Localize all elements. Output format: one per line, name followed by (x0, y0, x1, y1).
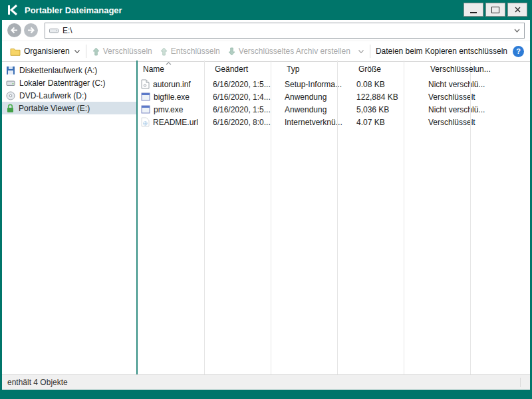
column-header-modified[interactable]: Geändert (209, 65, 281, 74)
sidebar-item-local-c[interactable]: Lokaler Datenträger (C:) (2, 76, 136, 89)
column-separator (404, 61, 404, 375)
file-size: 4.07 KB (351, 118, 423, 127)
decrypt-arrow-icon (160, 47, 168, 56)
decrypt-on-copy-label[interactable]: Dateien beim Kopieren entschlüsseln (372, 47, 511, 56)
chevron-down-icon (358, 50, 364, 53)
minimize-icon (470, 12, 477, 13)
organize-label: Organisieren (24, 47, 70, 56)
portable-file-manager-window: Portabler Dateimanager (0, 0, 532, 399)
file-encryption: Nicht verschlü... (423, 105, 495, 114)
file-size: 0.08 KB (351, 80, 423, 89)
address-bar[interactable]: E:\ (45, 23, 525, 39)
column-separator (470, 61, 471, 375)
close-icon (515, 7, 521, 13)
address-text: E:\ (63, 26, 72, 35)
address-dropdown-icon[interactable] (514, 29, 520, 33)
title-bar: Portabler Dateimanager (0, 0, 532, 20)
create-encrypted-archive-label: Verschlüsseltes Archiv erstellen (239, 47, 350, 56)
sidebar-item-dvd-d[interactable]: DVD-Laufwerk (D:) (2, 89, 136, 102)
archive-dropdown-button[interactable] (354, 43, 368, 59)
decrypt-button[interactable]: Entschlüsseln (156, 43, 224, 59)
column-headers: Name Geändert Typ Größe Verschlüsselun..… (138, 61, 530, 78)
maximize-icon (491, 7, 499, 13)
sidebar-item-label: Diskettenlaufwerk (A:) (19, 66, 97, 75)
hard-drive-icon (6, 78, 15, 88)
file-row-autorun-inf[interactable]: autorun.inf 6/16/2020, 1:5... Setup-Info… (138, 78, 530, 90)
organize-button[interactable]: Organisieren (6, 43, 84, 59)
encrypt-arrow-icon (92, 47, 100, 56)
sort-ascending-icon (166, 62, 172, 65)
close-button[interactable] (507, 3, 527, 17)
status-bar: enthält 4 Objekte (2, 374, 530, 390)
window-title: Portabler Dateimanager (25, 5, 122, 15)
navigation-bar: E:\ (2, 20, 530, 41)
file-size: 122,884 KB (351, 92, 423, 102)
file-name: bigfile.exe (154, 92, 190, 102)
window-content: E:\ Organisieren (2, 20, 530, 390)
toolbar-separator (86, 45, 86, 58)
column-header-encryption[interactable]: Verschlüsselun... (425, 65, 497, 74)
file-encryption: Nicht verschlü... (423, 80, 495, 89)
file-modified: 6/16/2020, 1:4... (207, 92, 279, 102)
file-modified: 6/16/2020, 1:5... (207, 80, 279, 89)
main-area: Diskettenlaufwerk (A:) Lokaler Datenträg… (2, 61, 530, 375)
file-row-bigfile-exe[interactable]: bigfile.exe 6/16/2020, 1:4... Anwendung … (138, 90, 530, 103)
forward-button[interactable] (23, 23, 39, 38)
application-icon (141, 92, 150, 101)
back-button[interactable] (7, 23, 22, 38)
decrypt-label: Entschlüsseln (171, 47, 220, 56)
window-controls (464, 3, 527, 17)
drive-sidebar: Diskettenlaufwerk (A:) Lokaler Datenträg… (2, 61, 136, 375)
file-name: autorun.inf (153, 80, 191, 89)
internet-shortcut-icon (141, 117, 150, 127)
file-type: Anwendung (279, 92, 351, 102)
file-encryption: Verschlüsselt (423, 92, 495, 102)
file-name: README.url (153, 118, 198, 127)
file-list: Name Geändert Typ Größe Verschlüsselun..… (138, 61, 530, 375)
application-icon (141, 105, 150, 114)
chevron-down-icon (74, 50, 80, 53)
file-type: Anwendung (279, 105, 351, 114)
sidebar-item-portable-e[interactable]: Portable Viewer (E:) (2, 102, 136, 114)
setup-file-icon (141, 79, 150, 89)
toolbar-separator (370, 45, 370, 58)
minimize-button[interactable] (464, 3, 483, 17)
dvd-icon (6, 91, 15, 100)
file-type: Internetverknü... (279, 118, 351, 127)
column-separator (337, 61, 338, 375)
column-separator (204, 61, 205, 375)
column-header-type[interactable]: Typ (281, 65, 353, 74)
kaspersky-logo-icon (7, 4, 19, 16)
help-icon: ? (516, 47, 521, 55)
status-bar-divider (520, 378, 521, 387)
sidebar-item-label: Lokaler Datenträger (C:) (19, 78, 105, 88)
sidebar-item-label: DVD-Laufwerk (D:) (19, 91, 86, 100)
create-encrypted-archive-button[interactable]: Verschlüsseltes Archiv erstellen (224, 43, 354, 59)
file-row-readme-url[interactable]: README.url 6/16/2020, 8:0... Internetver… (138, 116, 530, 128)
drive-icon (49, 27, 59, 35)
maximize-button[interactable] (485, 3, 505, 17)
folder-icon (10, 47, 21, 56)
encrypt-label: Verschlüsseln (103, 47, 152, 56)
file-type: Setup-Informa... (279, 80, 351, 89)
file-encryption: Verschlüsselt (423, 118, 495, 127)
back-arrow-icon (7, 23, 22, 38)
lock-icon (6, 104, 15, 113)
encrypt-button[interactable]: Verschlüsseln (88, 43, 156, 59)
toolbar: Organisieren Verschlüsseln Entschlüsseln (2, 41, 530, 62)
floppy-icon (6, 66, 15, 75)
file-modified: 6/16/2020, 1:5... (207, 105, 279, 114)
column-header-name[interactable]: Name (138, 65, 209, 74)
archive-arrow-icon (228, 47, 235, 56)
column-header-size[interactable]: Größe (353, 65, 425, 74)
file-row-pmv-exe[interactable]: pmv.exe 6/16/2020, 1:5... Anwendung 5,03… (138, 103, 530, 116)
file-name: pmv.exe (154, 105, 183, 114)
column-separator (271, 61, 271, 375)
forward-arrow-icon (23, 23, 39, 38)
sidebar-item-label: Portable Viewer (E:) (19, 104, 90, 113)
sidebar-item-floppy-a[interactable]: Diskettenlaufwerk (A:) (2, 64, 136, 76)
help-button[interactable]: ? (513, 46, 524, 57)
file-size: 5,036 KB (351, 105, 423, 114)
file-modified: 6/16/2020, 8:0... (207, 118, 279, 127)
status-text: enthält 4 Objekte (7, 378, 68, 387)
